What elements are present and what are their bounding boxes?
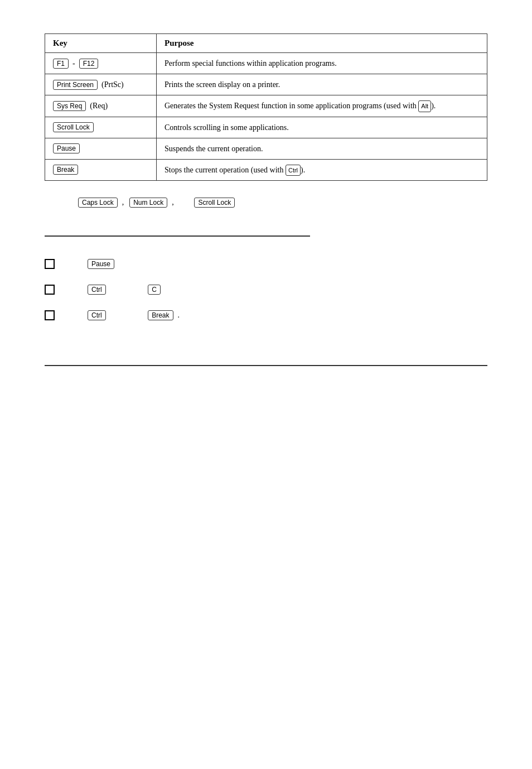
prtsc-text: PrtSc <box>104 80 121 89</box>
table-header-purpose: Purpose <box>157 34 487 53</box>
print-screen-key: Print Screen <box>53 80 98 90</box>
purpose-text: Suspends the current operation. <box>165 143 479 155</box>
scroll-lock-key: Scroll Lock <box>53 122 94 132</box>
purpose-cell: Controls scrolling in some applications. <box>157 117 487 138</box>
table-row: Scroll Lock Controls scrolling in some a… <box>45 117 487 138</box>
comma2: , <box>172 198 174 207</box>
key-cell: Sys Req (Req) <box>45 95 157 117</box>
section-divider <box>45 235 310 237</box>
purpose-cell: Perform special functions within applica… <box>157 53 487 74</box>
pause-key: Pause <box>53 143 80 153</box>
table-row: F1 - F12 Perform special functions withi… <box>45 53 487 74</box>
ctrl-bullet-key-2: Ctrl <box>88 310 106 320</box>
purpose-text: Perform special functions within applica… <box>165 57 479 69</box>
bottom-divider <box>45 365 487 366</box>
sys-req-key: Sys Req <box>53 101 86 111</box>
caps-lock-inline-key: Caps Lock <box>78 198 118 208</box>
table-row: Break Stops the current operation (used … <box>45 159 487 181</box>
purpose-cell: Prints the screen display on a printer. <box>157 74 487 95</box>
page-content: Key Purpose F1 - F12 Perform special fun… <box>45 33 487 366</box>
bullet-item-2: Ctrl C <box>45 285 487 295</box>
key-table: Key Purpose F1 - F12 Perform special fun… <box>45 33 487 181</box>
pause-bullet-key: Pause <box>88 259 114 269</box>
c-bullet-key: C <box>148 285 161 295</box>
scroll-lock-inline-key: Scroll Lock <box>194 198 235 208</box>
break-key: Break <box>53 165 78 175</box>
ctrl-bullet-key-1: Ctrl <box>88 285 106 295</box>
break-bullet-key: Break <box>148 310 173 320</box>
key-cell: F1 - F12 <box>45 53 157 74</box>
comma1: , <box>122 198 124 207</box>
key-cell: Print Screen (PrtSc) <box>45 74 157 95</box>
purpose-text: Controls scrolling in some applications. <box>165 122 479 133</box>
table-row: Print Screen (PrtSc) Prints the screen d… <box>45 74 487 95</box>
purpose-text: Generates the System Request function in… <box>165 100 479 112</box>
ctrl-key-inline: Ctrl <box>286 165 301 176</box>
checkbox-icon-1 <box>45 259 55 269</box>
table-row: Pause Suspends the current operation. <box>45 138 487 159</box>
purpose-cell: Stops the current operation (used with C… <box>157 159 487 181</box>
bullet-item-3: Ctrl Break. <box>45 310 487 320</box>
f1-key: F1 <box>53 59 69 69</box>
checkbox-icon-3 <box>45 310 55 320</box>
key-cell: Break <box>45 159 157 181</box>
table-row: Sys Req (Req) Generates the System Reque… <box>45 95 487 117</box>
checkbox-icon-2 <box>45 285 55 295</box>
purpose-text: Stops the current operation (used with C… <box>165 164 479 176</box>
purpose-cell: Suspends the current operation. <box>157 138 487 159</box>
bullet-text-3: Ctrl Break. <box>71 310 487 320</box>
inline-keys-section: Caps Lock, Num Lock, Scroll Lock <box>45 198 487 208</box>
req-text: Req <box>93 102 105 110</box>
alt-key-inline: Alt <box>418 100 431 112</box>
bullet-text-1: Pause <box>71 259 487 269</box>
table-header-key: Key <box>45 34 157 53</box>
bullet-section: Pause Ctrl C Ctrl <box>45 259 487 320</box>
key-cell: Scroll Lock <box>45 117 157 138</box>
purpose-text: Prints the screen display on a printer. <box>165 79 479 90</box>
period-text: . <box>178 311 180 320</box>
purpose-cell: Generates the System Request function in… <box>157 95 487 117</box>
bullet-text-2: Ctrl C <box>71 285 487 295</box>
key-cell: Pause <box>45 138 157 159</box>
bullet-item-1: Pause <box>45 259 487 269</box>
f12-key: F12 <box>79 59 99 69</box>
num-lock-inline-key: Num Lock <box>129 198 167 208</box>
